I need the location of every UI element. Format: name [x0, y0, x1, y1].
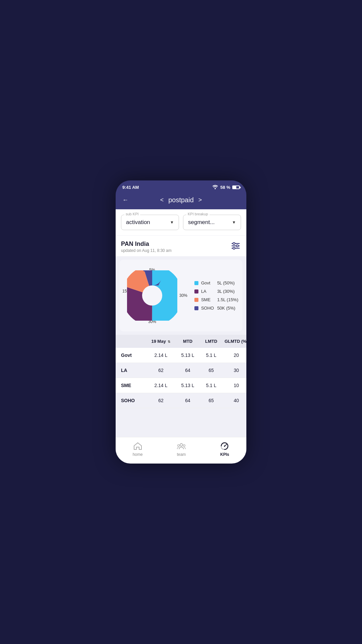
- legend-item-soho: SOHO 50K (5%): [194, 306, 238, 311]
- sub-kpi-label: sub KPI: [124, 212, 140, 216]
- cell-la-glmtd: 30: [223, 368, 246, 373]
- col-header-glmtd: GLMTD (%): [223, 339, 246, 344]
- nav-home-label: home: [133, 452, 143, 457]
- team-icon: [177, 441, 186, 451]
- legend-label-sme: SME: [201, 297, 215, 302]
- prev-button[interactable]: <: [160, 197, 164, 204]
- nav-home[interactable]: home: [133, 441, 143, 457]
- kpis-icon: [220, 441, 229, 451]
- home-icon: [133, 441, 142, 451]
- cell-govt-mtd: 5.13 L: [176, 353, 199, 358]
- cell-sme-mtd: 5.13 L: [176, 383, 199, 388]
- sort-icon: ⇅: [168, 340, 170, 343]
- pan-india-section: PAN India updated on Aug 11, 8:30 am: [116, 236, 246, 256]
- svg-point-11: [224, 445, 225, 447]
- cell-la-day: 62: [146, 368, 176, 373]
- bottom-nav: home team: [116, 437, 246, 464]
- cell-govt-glmtd: 20: [223, 353, 246, 358]
- chart-container: 5% 30% 30% 15%: [124, 264, 238, 327]
- sub-kpi-chevron: ▼: [170, 220, 174, 225]
- legend-dot-la: [194, 289, 198, 293]
- cell-soho-glmtd: 40: [223, 398, 246, 403]
- kpi-breakup-dropdown[interactable]: segment... ▼: [183, 215, 241, 230]
- cell-la-mtd: 64: [176, 368, 199, 373]
- battery-icon: [232, 185, 240, 189]
- next-button[interactable]: >: [198, 197, 202, 204]
- legend-item-govt: Govt 5L (50%): [194, 280, 238, 285]
- table-row: Govt 2.14 L 5.13 L 5.1 L 20: [116, 348, 246, 363]
- legend-value-soho: 50K (5%): [217, 306, 235, 311]
- nav-team[interactable]: team: [177, 441, 186, 457]
- cell-la-segment: LA: [116, 368, 146, 373]
- cell-soho-segment: SOHO: [116, 398, 146, 403]
- pan-india-title: PAN India: [121, 240, 172, 248]
- sub-kpi-value: activation: [126, 219, 150, 226]
- filter-section: sub KPI activation ▼ KPI breakup segment…: [116, 209, 246, 235]
- nav-team-label: team: [177, 452, 186, 457]
- svg-point-9: [183, 444, 185, 446]
- cell-sme-glmtd: 10: [223, 383, 246, 388]
- cell-la-lmtd: 65: [199, 368, 223, 373]
- cell-govt-segment: Govt: [116, 353, 146, 358]
- updated-text: updated on Aug 11, 8:30 am: [121, 248, 172, 253]
- legend-value-govt: 5L (50%): [217, 280, 235, 285]
- table-row: SME 2.14 L 5.13 L 5.1 L 10: [116, 378, 246, 393]
- pie-segment-soho: [132, 275, 172, 316]
- legend-item-sme: SME 1.5L (15%): [194, 297, 238, 302]
- status-bar: 9:41 AM 58 %: [116, 180, 246, 193]
- data-table: 19 May ⇅ MTD LMTD GLMTD (%) Govt 2.14 L …: [116, 335, 246, 408]
- legend-label-la: LA: [201, 289, 215, 294]
- col-header-lmtd: LMTD: [199, 339, 223, 344]
- filter-button[interactable]: [230, 240, 241, 251]
- header: ← < postpaid >: [116, 193, 246, 209]
- phone-container: 9:41 AM 58 % ← < postpaid >: [116, 180, 246, 464]
- cell-sme-lmtd: 5.1 L: [199, 383, 223, 388]
- legend-label-govt: Govt: [201, 280, 215, 285]
- kpi-breakup-chevron: ▼: [232, 220, 236, 225]
- cell-soho-mtd: 64: [176, 398, 199, 403]
- legend-dot-sme: [194, 298, 198, 302]
- battery-percent: 58 %: [220, 185, 230, 190]
- status-right: 58 %: [212, 184, 240, 190]
- page-title: postpaid: [168, 196, 194, 204]
- sub-kpi-dropdown[interactable]: activation ▼: [121, 215, 179, 230]
- table-row: SOHO 62 64 65 40: [116, 393, 246, 408]
- content: sub KPI activation ▼ KPI breakup segment…: [116, 209, 246, 455]
- cell-soho-lmtd: 65: [199, 398, 223, 403]
- nav-arrows: < postpaid >: [160, 196, 202, 204]
- cell-govt-day: 2.14 L: [146, 353, 176, 358]
- svg-point-6: [233, 247, 235, 249]
- legend-dot-govt: [194, 281, 198, 285]
- kpi-breakup-wrapper: KPI breakup segment... ▼: [183, 215, 241, 230]
- cell-sme-day: 2.14 L: [146, 383, 176, 388]
- svg-point-8: [178, 444, 180, 446]
- kpi-breakup-label: KPI breakup: [186, 212, 209, 216]
- cell-soho-day: 62: [146, 398, 176, 403]
- table-row: LA 62 64 65 30: [116, 363, 246, 378]
- legend-value-la: 3L (30%): [217, 289, 235, 294]
- nav-kpis-label: KPIs: [220, 452, 229, 457]
- svg-point-0: [215, 188, 216, 189]
- pie-label-right: 30%: [179, 293, 187, 298]
- legend-dot-soho: [194, 306, 198, 310]
- chart-section: 5% 30% 30% 15%: [120, 260, 242, 331]
- col-header-mtd: MTD: [176, 339, 199, 344]
- wifi-icon: [212, 184, 218, 190]
- sub-kpi-wrapper: sub KPI activation ▼: [121, 215, 179, 230]
- pan-india-info: PAN India updated on Aug 11, 8:30 am: [121, 240, 172, 253]
- svg-point-5: [236, 245, 238, 247]
- nav-kpis[interactable]: KPIs: [220, 441, 229, 457]
- cell-govt-lmtd: 5.1 L: [199, 353, 223, 358]
- back-button[interactable]: ←: [122, 197, 128, 204]
- svg-point-7: [180, 444, 182, 446]
- legend-item-la: LA 3L (30%): [194, 289, 238, 294]
- legend-label-soho: SOHO: [201, 306, 215, 311]
- legend: Govt 5L (50%) LA 3L (30%) SME 1.5L (15%): [191, 280, 238, 311]
- svg-point-4: [233, 243, 235, 245]
- cell-sme-segment: SME: [116, 383, 146, 388]
- dropdown-row: sub KPI activation ▼ KPI breakup segment…: [121, 215, 241, 230]
- pie-chart-wrapper: 5% 30% 30% 15%: [124, 267, 181, 324]
- col-header-day[interactable]: 19 May ⇅: [146, 339, 176, 344]
- table-header: 19 May ⇅ MTD LMTD GLMTD (%): [116, 335, 246, 348]
- legend-value-sme: 1.5L (15%): [217, 297, 238, 302]
